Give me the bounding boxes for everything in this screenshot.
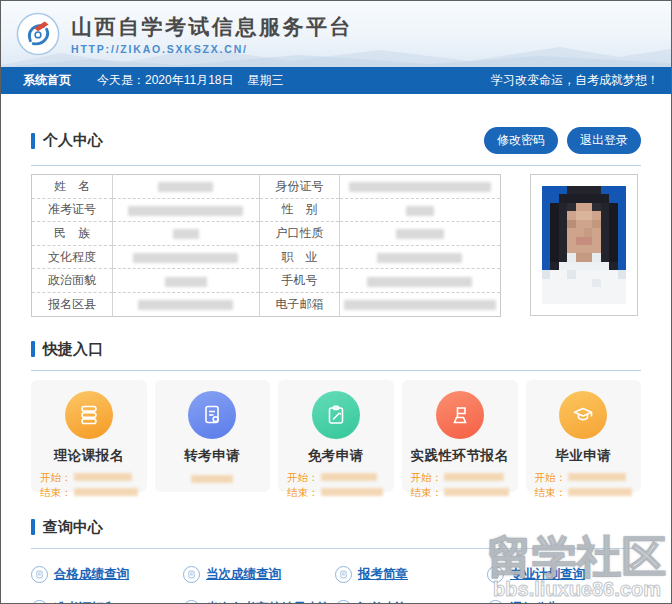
field-label: 身份证号 bbox=[259, 175, 339, 199]
change-password-button[interactable]: 修改密码 bbox=[484, 127, 558, 154]
start-label: 开始： bbox=[535, 470, 567, 485]
quick-entry-cards: 理论课报名 开始： 结束： 转考申请 bbox=[31, 380, 641, 492]
link-label: 通知公告 bbox=[510, 600, 560, 604]
personal-center-title: 个人中心 bbox=[43, 131, 103, 150]
quick-card-exemption-application[interactable]: 免考申请 开始： 结束： bbox=[278, 380, 394, 492]
id-photo-frame bbox=[530, 174, 638, 316]
nav-slogan: 学习改变命运，自考成就梦想！ bbox=[491, 72, 659, 89]
redacted-value bbox=[339, 175, 500, 199]
link-admission-ticket-print[interactable]: 准考证打印 bbox=[31, 600, 183, 604]
redacted-value bbox=[113, 245, 260, 269]
redacted-value bbox=[113, 198, 260, 222]
personal-center-header: 个人中心 修改密码 退出登录 bbox=[31, 127, 641, 154]
field-label: 性 别 bbox=[259, 198, 339, 222]
query-center-header: 查询中心 bbox=[31, 518, 641, 537]
document-badge-icon bbox=[183, 566, 200, 583]
redacted-value bbox=[339, 198, 500, 222]
logout-button[interactable]: 退出登录 bbox=[567, 127, 641, 154]
flag-icon bbox=[436, 391, 484, 439]
document-badge-icon bbox=[335, 566, 352, 583]
link-order-query[interactable]: 订单查询 bbox=[335, 600, 487, 604]
nav-home-link[interactable]: 系统首页 bbox=[23, 72, 71, 89]
transfer-document-icon bbox=[188, 391, 236, 439]
section-divider bbox=[31, 548, 641, 549]
personal-info-area: 姓 名 身份证号 准考证号 性 别 民 族 户口性质 bbox=[31, 174, 641, 317]
redacted-value bbox=[113, 269, 260, 293]
query-center-title: 查询中心 bbox=[43, 518, 103, 537]
section-divider bbox=[31, 370, 641, 371]
document-badge-icon bbox=[31, 566, 48, 583]
redacted-value bbox=[339, 222, 500, 246]
graduation-cap-icon bbox=[559, 391, 607, 439]
table-row: 准考证号 性 别 bbox=[32, 198, 501, 222]
redacted-value bbox=[113, 222, 260, 246]
main-content: 个人中心 修改密码 退出登录 姓 名 身份证号 准考证号 性 别 bbox=[1, 127, 671, 604]
table-row: 姓 名 身份证号 bbox=[32, 175, 501, 199]
table-row: 政治面貌 手机号 bbox=[32, 269, 501, 293]
field-label: 文化程度 bbox=[32, 245, 113, 269]
nav-today-date: 今天是：2020年11月18日 bbox=[97, 72, 234, 89]
card-dates bbox=[155, 475, 271, 483]
field-label: 政治面貌 bbox=[32, 269, 113, 293]
link-major-plan-query[interactable]: 专业计划查询 bbox=[487, 566, 641, 583]
card-title: 毕业申请 bbox=[526, 447, 642, 465]
brand-block: 山西自学考试信息服务平台 HTTP://ZIKAO.SXKSZX.CN/ bbox=[71, 13, 353, 55]
books-icon bbox=[65, 391, 113, 439]
start-label: 开始： bbox=[40, 470, 72, 485]
link-label: 准考证打印 bbox=[54, 600, 117, 604]
quick-card-transfer-application[interactable]: 转考申请 bbox=[155, 380, 271, 492]
section-accent-bar bbox=[31, 519, 35, 535]
link-label: 当次免考审核结果查询 bbox=[206, 600, 331, 604]
link-registration-brochure[interactable]: 报考简章 bbox=[335, 566, 487, 583]
link-label: 合格成绩查询 bbox=[54, 566, 129, 583]
redacted-value bbox=[339, 269, 500, 293]
top-navbar: 系统首页 今天是：2020年11月18日 星期三 学习改变命运，自考成就梦想！ bbox=[1, 67, 671, 94]
start-label: 开始： bbox=[287, 470, 319, 485]
card-title: 免考申请 bbox=[278, 447, 394, 465]
redacted-value bbox=[339, 292, 500, 316]
quick-card-graduation-application[interactable]: 毕业申请 开始： 结束： bbox=[526, 380, 642, 492]
platform-logo-icon bbox=[15, 11, 61, 57]
link-exemption-review-result-query[interactable]: 当次免考审核结果查询 bbox=[183, 600, 335, 604]
field-label: 民 族 bbox=[32, 222, 113, 246]
link-current-score-query[interactable]: 当次成绩查询 bbox=[183, 566, 335, 583]
card-title: 理论课报名 bbox=[31, 447, 147, 465]
card-title: 转考申请 bbox=[155, 447, 271, 465]
site-title: 山西自学考试信息服务平台 bbox=[71, 13, 353, 41]
end-label: 结束： bbox=[287, 485, 319, 500]
table-row: 文化程度 职 业 bbox=[32, 245, 501, 269]
field-label: 电子邮箱 bbox=[259, 292, 339, 316]
card-title: 实践性环节报名 bbox=[402, 447, 518, 465]
query-links-row-1: 合格成绩查询 当次成绩查询 报考简章 专业计划查询 bbox=[31, 566, 641, 583]
link-notice-announcement[interactable]: 通知公告 bbox=[487, 600, 641, 604]
end-label: 结束： bbox=[535, 485, 567, 500]
table-row: 民 族 户口性质 bbox=[32, 222, 501, 246]
section-accent-bar bbox=[31, 341, 35, 357]
link-label: 订单查询 bbox=[358, 600, 408, 604]
end-label: 结束： bbox=[40, 485, 72, 500]
card-dates: 开始： 结束： bbox=[402, 470, 518, 500]
section-accent-bar bbox=[31, 133, 35, 149]
redacted-value bbox=[113, 175, 260, 199]
query-links-row-2: 准考证打印 当次免考审核结果查询 订单查询 通知公告 bbox=[31, 600, 641, 604]
quick-entry-header: 快捷入口 bbox=[31, 340, 641, 359]
redacted-value bbox=[339, 245, 500, 269]
quick-entry-title: 快捷入口 bbox=[43, 340, 103, 359]
field-label: 姓 名 bbox=[32, 175, 113, 199]
site-header: 山西自学考试信息服务平台 HTTP://ZIKAO.SXKSZX.CN/ bbox=[1, 1, 671, 67]
card-dates: 开始： 结束： bbox=[31, 470, 147, 500]
field-label: 报名区县 bbox=[32, 292, 113, 316]
start-label: 开始： bbox=[411, 470, 443, 485]
quick-card-theory-registration[interactable]: 理论课报名 开始： 结束： bbox=[31, 380, 147, 492]
redacted-value bbox=[113, 292, 260, 316]
quick-card-practical-registration[interactable]: 实践性环节报名 开始： 结束： bbox=[402, 380, 518, 492]
site-url: HTTP://ZIKAO.SXKSZX.CN/ bbox=[71, 43, 353, 55]
document-badge-icon bbox=[487, 600, 504, 604]
link-label: 当次成绩查询 bbox=[206, 566, 281, 583]
end-label: 结束： bbox=[411, 485, 443, 500]
link-qualified-score-query[interactable]: 合格成绩查询 bbox=[31, 566, 183, 583]
document-badge-icon bbox=[487, 566, 504, 583]
field-label: 户口性质 bbox=[259, 222, 339, 246]
table-row: 报名区县 电子邮箱 bbox=[32, 292, 501, 316]
field-label: 手机号 bbox=[259, 269, 339, 293]
